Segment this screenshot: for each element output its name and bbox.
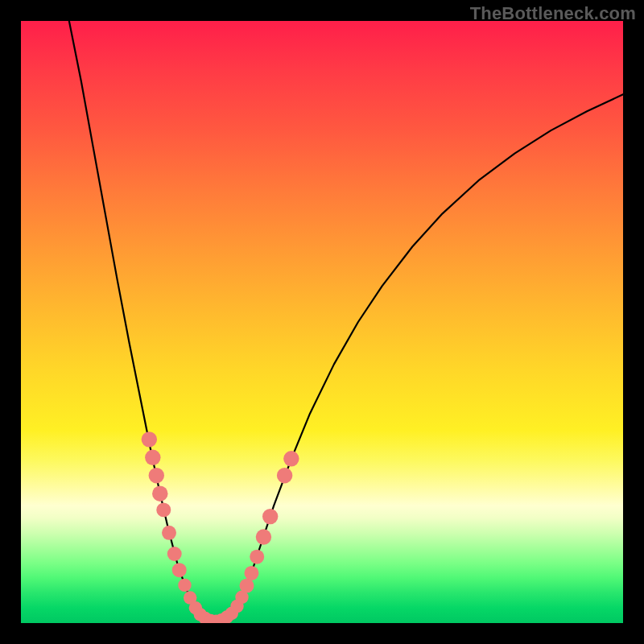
data-point: [145, 450, 160, 465]
data-point: [172, 563, 187, 577]
curve-layer: [21, 21, 623, 623]
data-point: [245, 566, 259, 580]
data-markers: [142, 431, 299, 623]
chart-frame: TheBottleneck.com: [0, 0, 644, 644]
bottleneck-curve: [69, 21, 623, 621]
watermark-text: TheBottleneck.com: [470, 3, 636, 24]
data-point: [167, 547, 182, 561]
data-point: [240, 579, 254, 593]
data-point: [156, 502, 171, 517]
data-point: [277, 468, 292, 483]
data-point: [283, 451, 299, 466]
data-point: [178, 579, 191, 592]
data-point: [142, 431, 157, 447]
data-point: [262, 509, 278, 524]
data-point: [162, 526, 176, 540]
data-point: [250, 550, 264, 564]
plot-area: [21, 21, 623, 623]
data-point: [152, 485, 167, 501]
data-point: [149, 468, 164, 483]
data-point: [256, 529, 271, 544]
